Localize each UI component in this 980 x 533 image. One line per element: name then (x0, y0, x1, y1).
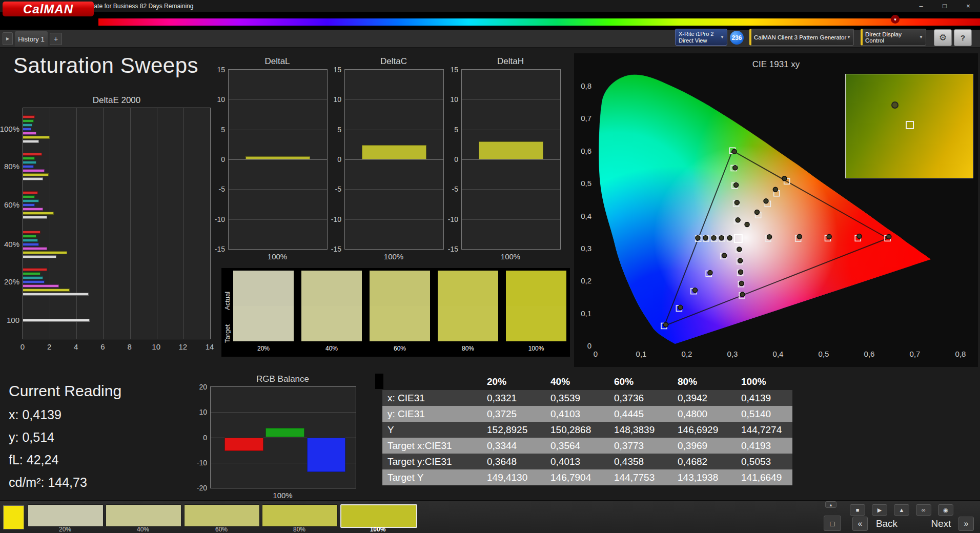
rainbow-strip (98, 18, 980, 26)
gridline (211, 412, 356, 413)
saturation-swatch-20% (233, 271, 294, 341)
column-header: 20% (475, 374, 538, 390)
cie-measured-marker (740, 292, 745, 297)
display-control-dropdown[interactable]: Direct Display Control ▼ (861, 29, 926, 46)
meter-reading-badge[interactable]: 236 (730, 31, 744, 45)
gridline (229, 99, 327, 100)
delta-e-bar (23, 243, 39, 246)
column-header: 60% (602, 374, 665, 390)
collapse-bar-button[interactable]: ▴ (825, 501, 836, 508)
delta-e-bar (23, 124, 32, 127)
back-chevrons-button[interactable]: « (852, 517, 868, 531)
axis-tick-label: 0 (574, 341, 591, 350)
gridline (157, 108, 157, 339)
next-chevrons-button[interactable]: » (958, 517, 974, 531)
axis-tick-label: 0,2 (574, 276, 591, 285)
table-row: Target x:CIE310,33440,35640,37730,39690,… (382, 438, 792, 454)
delta-e-bar (23, 115, 35, 118)
pattern-label: 20% (28, 526, 103, 533)
pattern-label: 100% (340, 526, 415, 533)
close-button[interactable]: × (956, 0, 980, 12)
gridline (50, 108, 50, 339)
cie-measured-marker (745, 222, 749, 227)
delta-e-bar (23, 276, 43, 279)
cie-measured-marker (711, 236, 716, 240)
cie-measured-marker (708, 271, 712, 275)
chevron-down-icon: ▼ (919, 35, 923, 39)
table-cell: 0,3539 (538, 390, 602, 406)
cie-y-axis-labels: 00,10,20,30,40,50,60,70,8 (574, 53, 591, 367)
tab-history-1[interactable]: History 1 (15, 31, 48, 47)
next-button[interactable]: Next (926, 518, 956, 529)
axis-tick-label: 10 (152, 342, 160, 351)
delta-e-bar (23, 128, 31, 131)
cie-x-axis-labels: 00,10,20,30,40,50,60,70,8 (574, 350, 978, 360)
pattern-button-100%[interactable] (340, 504, 417, 528)
minimize-button[interactable]: – (909, 0, 933, 12)
table-cell: 0,4682 (665, 454, 729, 469)
column-header: 80% (665, 374, 729, 390)
delta-e-bar (23, 289, 70, 292)
axis-tick-label: 8 (127, 342, 131, 351)
axis-tick-label: 0,8 (955, 350, 966, 358)
pattern-button-80%[interactable] (262, 504, 338, 527)
axis-tick-label: 15 (333, 66, 341, 74)
settings-gear-icon[interactable]: ⚙ (934, 29, 952, 46)
pattern-button-60%[interactable] (184, 504, 260, 527)
table-row: y: CIE310,37250,41030,44450,48000,5140 (382, 406, 792, 422)
delta-e-bar (23, 199, 39, 202)
maximize-button[interactable]: □ (933, 0, 956, 12)
gridline (229, 189, 327, 190)
axis-tick-label: 5 (454, 126, 458, 134)
delta-c-chart: 151050-5-10-15 (344, 69, 444, 250)
meter-device-dropdown[interactable]: X-Rite i1Pro 2 Direct View ▼ (675, 29, 727, 46)
calman-logo[interactable]: CalMAN (3, 2, 94, 16)
cie-measured-marker (693, 288, 698, 293)
stop-button[interactable]: ■ (850, 504, 865, 516)
table-cell: 0,4013 (538, 454, 602, 469)
axis-tick-label: 0,8 (574, 81, 591, 90)
cie-measured-marker (733, 166, 738, 170)
pattern-button-40%[interactable] (106, 504, 181, 527)
pattern-label: 60% (184, 526, 259, 533)
axis-tick-label: -5 (219, 185, 225, 193)
table-cell: 144,7274 (729, 422, 792, 438)
rgb-balance-chart: 20100-10-20 (210, 386, 356, 488)
delta-e-bar (23, 293, 89, 296)
pattern-generator-dropdown[interactable]: CalMAN Client 3 Pattern Generator ▼ (749, 29, 854, 46)
eject-button[interactable]: ▲ (894, 504, 909, 516)
delta-l-chart-title: DeltaL (228, 56, 326, 67)
table-cell: 0,3564 (538, 438, 602, 454)
delta-e-bar (23, 177, 43, 180)
actual-color (438, 271, 498, 306)
read-button[interactable]: ◉ (938, 504, 953, 516)
gridline (183, 108, 184, 339)
pattern-window-button[interactable]: □ (824, 516, 841, 531)
tab-scroll-button[interactable]: ▶ (3, 32, 13, 45)
help-icon[interactable]: ? (954, 29, 972, 46)
back-button[interactable]: Back (871, 518, 902, 529)
delta-bar (479, 141, 544, 159)
axis-tick-label: -15 (215, 245, 225, 253)
axis-tick-label: 0,1 (574, 309, 591, 317)
delta-e-bar (23, 173, 49, 176)
continuous-button[interactable]: ∞ (916, 504, 931, 516)
add-tab-button[interactable]: + (50, 33, 62, 45)
pattern-button-20%[interactable] (28, 504, 104, 527)
cie-measured-marker (887, 234, 891, 239)
play-button[interactable]: ▶ (872, 504, 887, 516)
chevron-down-icon: ▼ (847, 35, 851, 39)
delta-e-bar (23, 161, 36, 164)
axis-tick-label: -5 (452, 185, 458, 193)
table-cell: 0,3344 (475, 438, 538, 454)
gridline (103, 108, 104, 339)
axis-tick-label: 0,2 (682, 350, 692, 358)
delta-e-bar (23, 208, 43, 211)
logo-menu-chevron-icon[interactable]: ▾ (891, 15, 900, 24)
blue-bar (307, 438, 346, 473)
meter-device-label: X-Rite i1Pro 2 Direct View (679, 31, 713, 44)
axis-tick-label: 80% (4, 162, 19, 171)
table-cell: 0,4139 (729, 390, 792, 406)
target-color (438, 306, 498, 341)
table-row: Target y:CIE310,36480,40130,43580,46820,… (382, 454, 792, 469)
